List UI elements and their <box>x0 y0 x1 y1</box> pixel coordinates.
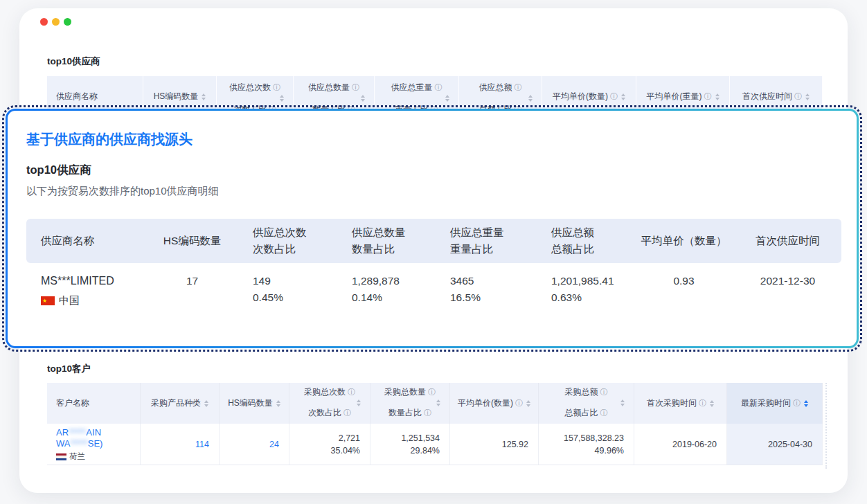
column-label: 平均单价(数量) <box>553 91 608 102</box>
info-icon[interactable]: ⓘ <box>704 93 712 100</box>
callout-section-title: top10供应商 <box>26 162 843 177</box>
column-header-7: 平均单价（数量） <box>634 219 734 263</box>
window-controls <box>40 18 71 26</box>
column-header-6[interactable]: 平均单价(数量)ⓘ <box>450 383 539 424</box>
column-label: 采购总次数 <box>304 386 346 398</box>
info-icon[interactable]: ⓘ <box>428 388 436 396</box>
column-header-8: 首次供应时间 <box>734 219 841 263</box>
column-sub-label: 数量占比 <box>388 407 422 419</box>
info-icon[interactable]: ⓘ <box>515 84 522 91</box>
info-icon[interactable]: ⓘ <box>348 388 355 396</box>
supplier-table-row: MS***LIMITED ★ 中国 17 149 0.45% 1,289,878… <box>26 273 841 309</box>
fixed-column-divider <box>825 383 827 469</box>
column-label: 平均单价(重量) <box>647 91 702 102</box>
hs-code-count-link[interactable]: 24 <box>269 438 279 451</box>
page-background: { "colors": { "accent_blue": "#1677f5", … <box>0 0 867 504</box>
column-label: 客户名称 <box>56 397 89 409</box>
avg-price-cell: 0.93 <box>634 273 734 309</box>
supplier-section-title: top10供应商 <box>47 55 100 68</box>
close-button[interactable] <box>40 18 48 26</box>
column-label: 采购总额 <box>565 386 598 398</box>
info-icon[interactable]: ⓘ <box>435 84 443 91</box>
sort-icon[interactable] <box>621 93 625 100</box>
sort-icon[interactable] <box>445 95 449 102</box>
column-header-5: 供应总重量重量占比 <box>433 219 533 263</box>
column-label: 供应商名称 <box>56 91 98 102</box>
column-label: 供应总数量 <box>308 82 350 93</box>
first-purchase-date-cell: 2019-06-20 <box>634 424 727 465</box>
supplier-country: ★ 中国 <box>41 292 156 309</box>
sort-icon[interactable] <box>276 400 280 407</box>
supplier-name-cell: MS***LIMITED ★ 中国 <box>26 273 156 309</box>
customer-country: 荷兰 <box>56 451 136 462</box>
column-header-8[interactable]: 首次采购时间ⓘ <box>634 383 727 424</box>
column-header-3[interactable]: HS编码数量 <box>220 383 289 424</box>
info-icon[interactable]: ⓘ <box>794 93 802 100</box>
column-label: 首次采购时间 <box>647 397 697 409</box>
info-icon[interactable]: ⓘ <box>600 388 608 396</box>
info-icon[interactable]: ⓘ <box>793 399 801 407</box>
supply-times-cell: 149 0.45% <box>229 273 332 309</box>
latest-purchase-date-cell: 2025-04-30 <box>727 424 823 465</box>
purchase-amount-cell: 157,588,328.23 49.96% <box>539 424 634 465</box>
column-header-4[interactable]: 采购总次数ⓘ次数占比ⓘ <box>289 383 370 424</box>
sort-icon[interactable] <box>805 93 810 100</box>
column-label: 采购总数量 <box>384 386 426 398</box>
column-label: 供应总额 <box>479 82 512 93</box>
column-label: 采购产品种类 <box>151 397 201 409</box>
product-types-link[interactable]: 114 <box>195 438 209 451</box>
supply-qty-cell: 1,289,878 0.14% <box>332 273 433 309</box>
purchase-qty-cell: 1,251,534 29.84% <box>370 424 450 465</box>
sort-icon[interactable] <box>526 400 530 407</box>
minimize-button[interactable] <box>52 18 60 26</box>
column-label: HS编码数量 <box>154 91 199 102</box>
netherlands-flag-icon <box>56 453 66 460</box>
sort-icon[interactable] <box>620 399 625 406</box>
callout-title: 基于供应商的供应商找源头 <box>26 130 843 148</box>
column-sub-label: 总额占比 <box>565 407 598 419</box>
sort-icon[interactable] <box>280 95 284 102</box>
column-header-1: 客户名称 <box>47 383 141 424</box>
column-header-2: HS编码数量 <box>156 219 229 263</box>
column-header-2[interactable]: 采购产品种类 <box>141 383 220 424</box>
column-label: 供应总次数 <box>229 82 271 93</box>
sort-icon[interactable] <box>528 95 533 102</box>
info-icon[interactable]: ⓘ <box>343 409 351 417</box>
customer-name-link[interactable]: AR*****AIN WA*****SE) <box>56 427 136 449</box>
china-flag-icon: ★ <box>41 296 55 305</box>
sort-icon[interactable] <box>710 400 714 407</box>
sort-icon[interactable] <box>357 399 361 406</box>
info-icon[interactable]: ⓘ <box>600 409 608 417</box>
sort-icon[interactable] <box>361 95 365 102</box>
column-label: 最新采购时间 <box>741 397 791 409</box>
sort-icon[interactable] <box>202 93 206 100</box>
info-icon[interactable]: ⓘ <box>515 399 523 407</box>
sort-icon[interactable] <box>715 93 719 100</box>
column-header-7[interactable]: 采购总额ⓘ总额占比ⓘ <box>539 383 634 424</box>
column-header-6: 供应总额总额占比 <box>533 219 634 263</box>
first-supply-date-cell: 2021-12-30 <box>734 273 841 309</box>
info-icon[interactable]: ⓘ <box>424 409 431 417</box>
column-label: 供应总重量 <box>391 82 433 93</box>
customer-section-title: top10客户 <box>47 363 91 375</box>
customer-name-cell: AR*****AIN WA*****SE) 荷兰 <box>47 424 141 465</box>
info-icon[interactable]: ⓘ <box>352 84 359 91</box>
column-header-3: 供应总次数次数占比 <box>229 219 332 263</box>
sort-icon[interactable] <box>436 399 440 406</box>
product-types-cell: 114 <box>141 424 220 465</box>
info-icon[interactable]: ⓘ <box>273 84 280 91</box>
info-icon[interactable]: ⓘ <box>699 399 706 407</box>
avg-price-cell: 125.92 <box>450 424 539 465</box>
column-label: 平均单价(数量) <box>458 397 513 409</box>
info-icon[interactable]: ⓘ <box>610 93 618 100</box>
callout-subtitle: 以下为按贸易次数排序的top10供应商明细 <box>26 184 843 198</box>
callout-highlight-panel: 基于供应商的供应商找源头 top10供应商 以下为按贸易次数排序的top10供应… <box>6 109 859 348</box>
column-header-5[interactable]: 采购总数量ⓘ数量占比ⓘ <box>370 383 450 424</box>
maximize-button[interactable] <box>64 18 71 26</box>
column-header-4: 供应总数量数量占比 <box>332 219 433 263</box>
column-sub-label: 次数占比 <box>308 407 341 419</box>
column-header-9[interactable]: 最新采购时间ⓘ <box>727 383 823 424</box>
column-header-1: 供应商名称 <box>26 219 156 263</box>
sort-icon[interactable] <box>204 400 208 407</box>
sort-icon[interactable] <box>804 400 808 407</box>
